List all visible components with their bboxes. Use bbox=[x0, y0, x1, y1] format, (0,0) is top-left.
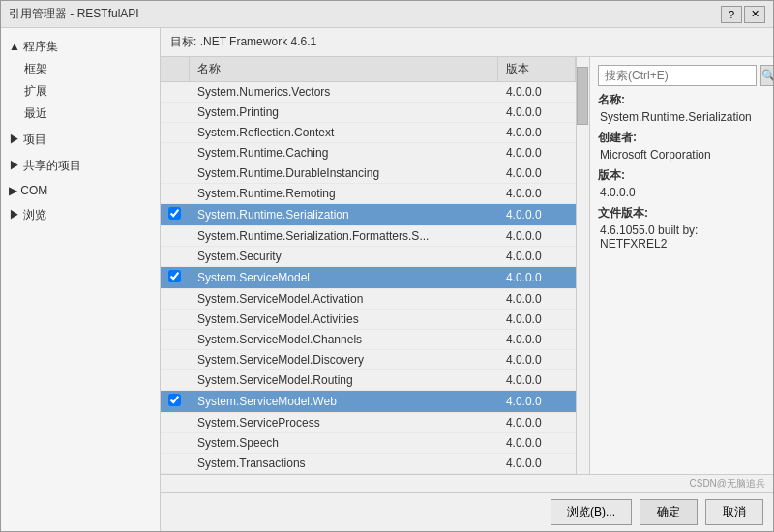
sidebar-item-recent[interactable]: 最近 bbox=[1, 103, 160, 125]
table-row[interactable]: System.ServiceModel.Web4.0.0.0 bbox=[161, 391, 576, 413]
sidebar-header-com[interactable]: ▶ COM bbox=[1, 181, 160, 200]
row-version: 4.0.0.0 bbox=[498, 350, 576, 370]
row-name: System.ServiceModel.Channels bbox=[190, 330, 498, 350]
col-name: 名称 bbox=[190, 57, 498, 82]
content-area: ▲ 程序集 框架 扩展 最近 ▶ 项目 ▶ 共享的项目 ▶ COM bbox=[1, 28, 773, 531]
row-version: 4.0.0.0 bbox=[498, 204, 576, 226]
row-name: System.Runtime.Remoting bbox=[190, 184, 498, 204]
table-row[interactable]: System.Transactions4.0.0.0 bbox=[161, 454, 576, 474]
shared-section: ▶ 共享的项目 bbox=[1, 153, 160, 179]
sidebar: ▲ 程序集 框架 扩展 最近 ▶ 项目 ▶ 共享的项目 ▶ COM bbox=[1, 28, 161, 531]
row-checkbox[interactable] bbox=[168, 270, 181, 282]
creator-value: Microsoft Corporation bbox=[600, 148, 765, 162]
row-version: 4.0.0.0 bbox=[498, 123, 576, 143]
row-name: System.ServiceModel bbox=[190, 267, 498, 289]
project-section: ▶ 项目 bbox=[1, 127, 160, 153]
com-label: ▶ COM bbox=[9, 184, 47, 197]
name-label: 名称: bbox=[598, 92, 765, 108]
version-label: 版本: bbox=[598, 167, 765, 184]
row-name: System.Runtime.Caching bbox=[190, 143, 498, 163]
table-row[interactable]: System.Security4.0.0.0 bbox=[161, 247, 576, 267]
row-version: 4.0.0.0 bbox=[498, 247, 576, 267]
table-row[interactable]: System.ServiceProcess4.0.0.0 bbox=[161, 413, 576, 433]
sidebar-header-project[interactable]: ▶ 项目 bbox=[1, 129, 160, 151]
table-row[interactable]: System.Runtime.Remoting4.0.0.0 bbox=[161, 184, 576, 204]
row-name: System.ServiceModel.Activities bbox=[190, 310, 498, 330]
row-name: System.Printing bbox=[190, 103, 498, 123]
row-name: System.Security bbox=[190, 247, 498, 267]
row-checkbox[interactable] bbox=[168, 207, 181, 220]
row-version: 4.0.0.0 bbox=[498, 433, 576, 454]
table-row[interactable]: System.Numerics.Vectors4.0.0.0 bbox=[161, 82, 576, 103]
browse-button[interactable]: 浏览(B)... bbox=[551, 499, 632, 525]
sidebar-header-browse[interactable]: ▶ 浏览 bbox=[1, 204, 160, 226]
table-row[interactable]: System.Runtime.Caching4.0.0.0 bbox=[161, 143, 576, 163]
assemblies-section: ▲ 程序集 框架 扩展 最近 bbox=[1, 34, 160, 127]
row-version: 4.0.0.0 bbox=[498, 103, 576, 123]
table-row[interactable]: System.Runtime.Serialization.Formatters.… bbox=[161, 226, 576, 247]
row-name: System.Speech bbox=[190, 433, 498, 454]
search-input[interactable] bbox=[598, 65, 757, 86]
assembly-table: 名称 版本 System.Numerics.Vectors4.0.0.0Syst… bbox=[161, 57, 576, 474]
sidebar-item-framework[interactable]: 框架 bbox=[1, 58, 160, 80]
table-row[interactable]: System.ServiceModel.Activities4.0.0.0 bbox=[161, 310, 576, 330]
row-version: 4.0.0.0 bbox=[498, 454, 576, 474]
sidebar-header-shared[interactable]: ▶ 共享的项目 bbox=[1, 155, 160, 177]
table-row[interactable]: System.Speech4.0.0.0 bbox=[161, 433, 576, 454]
table-row[interactable]: System.ServiceModel4.0.0.0 bbox=[161, 267, 576, 289]
row-version: 4.0.0.0 bbox=[498, 370, 576, 391]
table-row[interactable]: System.Runtime.DurableInstancing4.0.0.0 bbox=[161, 163, 576, 184]
table-row[interactable]: System.ServiceModel.Discovery4.0.0.0 bbox=[161, 350, 576, 370]
title-bar: 引用管理器 - RESTfulAPI ? ✕ bbox=[1, 1, 773, 28]
row-name: System.Numerics.Vectors bbox=[190, 82, 498, 103]
row-version: 4.0.0.0 bbox=[498, 163, 576, 184]
table-row[interactable]: System.Printing4.0.0.0 bbox=[161, 103, 576, 123]
target-bar: 目标: .NET Framework 4.6.1 bbox=[161, 28, 773, 57]
search-button[interactable]: 🔍 bbox=[760, 65, 773, 86]
row-name: System.ServiceModel.Web bbox=[190, 391, 498, 413]
row-name: System.ServiceModel.Discovery bbox=[190, 350, 498, 370]
row-version: 4.0.0.0 bbox=[498, 413, 576, 433]
col-version: 版本 bbox=[498, 57, 576, 82]
table-row[interactable]: System.Reflection.Context4.0.0.0 bbox=[161, 123, 576, 143]
row-name: System.Runtime.Serialization bbox=[190, 204, 498, 226]
row-name: System.ServiceModel.Activation bbox=[190, 289, 498, 310]
shared-label: ▶ 共享的项目 bbox=[9, 158, 81, 174]
main-panel: 目标: .NET Framework 4.6.1 名称 版本 bbox=[161, 28, 773, 531]
sidebar-header-assemblies[interactable]: ▲ 程序集 bbox=[1, 36, 160, 58]
sidebar-item-extensions[interactable]: 扩展 bbox=[1, 80, 160, 103]
row-version: 4.0.0.0 bbox=[498, 310, 576, 330]
com-section: ▶ COM bbox=[1, 179, 160, 202]
row-version: 4.0.0.0 bbox=[498, 226, 576, 247]
window-title: 引用管理器 - RESTfulAPI bbox=[9, 6, 139, 22]
help-button[interactable]: ? bbox=[721, 6, 742, 23]
table-row[interactable]: System.ServiceModel.Activation4.0.0.0 bbox=[161, 289, 576, 310]
version-value: 4.0.0.0 bbox=[600, 186, 765, 199]
scrollbar-track[interactable] bbox=[576, 57, 589, 474]
assembly-table-container: 名称 版本 System.Numerics.Vectors4.0.0.0Syst… bbox=[161, 57, 576, 474]
row-name: System.ServiceProcess bbox=[190, 413, 498, 433]
table-row[interactable]: System.ServiceModel.Channels4.0.0.0 bbox=[161, 330, 576, 350]
watermark: CSDN@无脑追兵 bbox=[161, 475, 773, 492]
detail-panel: 🔍 名称: System.Runtime.Serialization 创建者: … bbox=[589, 57, 773, 474]
row-name: System.Reflection.Context bbox=[190, 123, 498, 143]
reference-manager-window: 引用管理器 - RESTfulAPI ? ✕ ▲ 程序集 框架 扩展 最近 ▶ … bbox=[0, 0, 774, 532]
row-checkbox[interactable] bbox=[168, 394, 181, 406]
scrollbar-thumb[interactable] bbox=[577, 67, 588, 125]
close-button[interactable]: ✕ bbox=[744, 6, 765, 23]
ok-button[interactable]: 确定 bbox=[640, 499, 698, 525]
table-row[interactable]: System.Runtime.Serialization4.0.0.0 bbox=[161, 204, 576, 226]
row-name: System.Transactions bbox=[190, 454, 498, 474]
row-version: 4.0.0.0 bbox=[498, 82, 576, 103]
project-label: ▶ 项目 bbox=[9, 132, 46, 148]
browse-label: ▶ 浏览 bbox=[9, 207, 46, 223]
cancel-button[interactable]: 取消 bbox=[705, 499, 763, 525]
row-version: 4.0.0.0 bbox=[498, 391, 576, 413]
row-version: 4.0.0.0 bbox=[498, 143, 576, 163]
table-row[interactable]: System.ServiceModel.Routing4.0.0.0 bbox=[161, 370, 576, 391]
assemblies-label: ▲ 程序集 bbox=[9, 39, 58, 55]
bottom-bar: 浏览(B)... 确定 取消 bbox=[161, 492, 773, 531]
target-label: 目标: .NET Framework 4.6.1 bbox=[170, 35, 316, 48]
row-name: System.ServiceModel.Routing bbox=[190, 370, 498, 391]
col-check bbox=[161, 57, 190, 82]
